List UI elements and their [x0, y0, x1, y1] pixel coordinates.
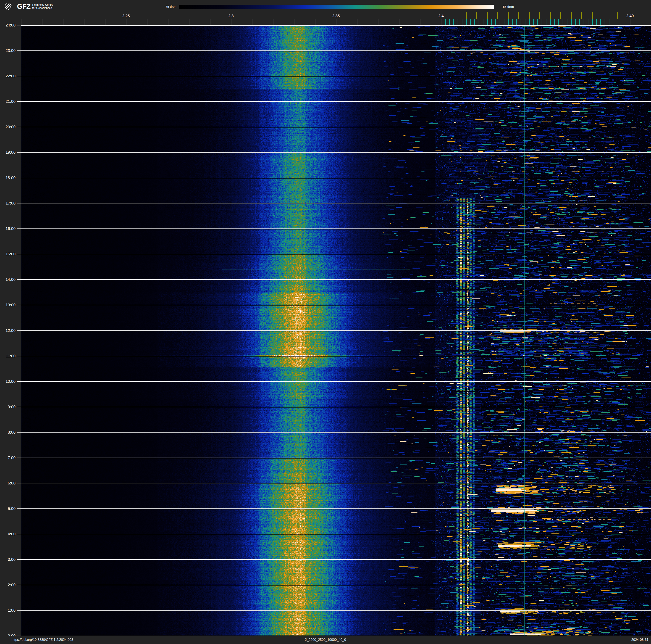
freq-minor-tick: [63, 19, 63, 25]
ble-channel-tick: [533, 19, 534, 25]
time-axis-tick: [17, 203, 21, 203]
ble-channel-tick: [609, 19, 610, 25]
ble-channel-tick: [537, 19, 538, 25]
time-axis-label: 10:00: [0, 379, 16, 384]
time-axis-label: 2:00: [0, 583, 16, 587]
wifi-channel-tick: [550, 12, 551, 19]
ble-channel-tick: [487, 19, 488, 25]
wifi-channel-tick: [560, 12, 561, 19]
ble-channel-tick: [575, 19, 576, 25]
ble-channel-tick: [504, 19, 504, 25]
freq-minor-tick: [252, 19, 252, 25]
wifi-channel-tick: [518, 12, 519, 19]
time-axis-tick: [17, 330, 21, 331]
time-axis-label: 8:00: [0, 430, 16, 435]
time-axis-label: 5:00: [0, 506, 16, 511]
time-axis-label: 21:00: [0, 99, 16, 104]
time-axis-tick: [17, 610, 21, 611]
ble-channel-tick: [571, 19, 571, 25]
logo-subtitle-line2: for Geosciences: [32, 6, 52, 9]
freq-minor-tick: [147, 19, 148, 25]
freq-minor-tick: [126, 19, 126, 25]
freq-minor-tick: [315, 19, 315, 25]
time-axis-label: 1:00: [0, 608, 16, 613]
time-axis-label: 23:00: [0, 48, 16, 53]
time-axis-tick: [17, 76, 21, 76]
freq-minor-tick: [378, 19, 378, 25]
footer-bar: https://doi.org/10.5880/GFZ.1.2.2024.003…: [0, 636, 651, 644]
time-axis-label: 3:00: [0, 557, 16, 562]
time-axis-label: 9:00: [0, 405, 16, 409]
ble-channel-tick: [445, 19, 445, 25]
wifi-channel-tick: [617, 12, 618, 19]
ble-channel-tick: [525, 19, 525, 25]
wifi-channel-tick: [497, 12, 498, 19]
ble-channel-tick: [584, 19, 584, 25]
time-axis-label: 16:00: [0, 226, 16, 231]
freq-axis-label: 2.4: [438, 14, 443, 18]
ble-channel-tick: [491, 19, 492, 25]
freq-axis-label: 2.49: [626, 14, 633, 18]
ble-channel-tick: [458, 19, 458, 25]
freq-minor-tick: [231, 19, 231, 25]
globe-stripes-icon: [5, 3, 11, 10]
time-axis-label: 13:00: [0, 303, 16, 307]
freq-minor-tick: [42, 19, 42, 25]
freq-minor-tick: [336, 19, 336, 25]
time-axis-tick: [17, 101, 21, 102]
ble-channel-tick: [508, 19, 508, 25]
dataset-id-label: 2_2200_2500_10000_40_0: [0, 638, 651, 642]
logo-subtitle: Helmholtz Centre for Geosciences: [32, 3, 53, 9]
wifi-channel-tick: [571, 12, 571, 19]
time-axis-tick: [17, 25, 21, 25]
freq-minor-tick: [84, 19, 85, 25]
header-bar: GFZ Helmholtz Centre for Geosciences -75…: [0, 0, 651, 25]
time-axis-tick: [17, 559, 21, 560]
ble-channel-tick: [529, 19, 530, 25]
gfz-logo: GFZ Helmholtz Centre for Geosciences: [5, 2, 53, 10]
ble-channel-tick: [541, 19, 542, 25]
time-axis-tick: [17, 432, 21, 433]
ble-channel-tick: [588, 19, 588, 25]
time-axis-tick: [17, 483, 21, 484]
time-axis-tick: [17, 229, 21, 229]
ble-channel-tick: [546, 19, 547, 25]
time-axis-tick: [17, 279, 21, 280]
time-axis-tick: [17, 127, 21, 127]
freq-axis-label: 2.3: [228, 14, 234, 18]
ble-channel-tick: [454, 19, 454, 25]
wifi-channel-tick: [487, 12, 488, 19]
time-axis-tick: [17, 152, 21, 153]
ble-channel-tick: [517, 19, 517, 25]
time-axis-label: 7:00: [0, 456, 16, 460]
wifi-channel-tick: [508, 12, 508, 19]
ble-channel-tick: [563, 19, 563, 25]
time-axis-tick: [17, 381, 21, 382]
freq-axis-label: 2.35: [332, 14, 340, 18]
time-axis-label: 20:00: [0, 125, 16, 129]
time-axis-label: 17:00: [0, 201, 16, 206]
logo-wordmark: GFZ: [17, 3, 30, 10]
time-axis-label: 18:00: [0, 176, 16, 180]
wifi-channel-tick: [476, 12, 477, 19]
time-axis-tick: [17, 534, 21, 534]
freq-minor-tick: [420, 19, 421, 25]
freq-minor-tick: [630, 19, 630, 25]
colorbar: [179, 5, 494, 9]
time-axis-tick: [17, 458, 21, 458]
ble-channel-tick: [567, 19, 567, 25]
ble-channel-tick: [558, 19, 559, 25]
freq-minor-tick: [189, 19, 189, 25]
time-axis-tick: [17, 356, 21, 356]
ble-channel-tick: [600, 19, 601, 25]
time-axis-label: 12:00: [0, 328, 16, 333]
time-axis-label: 14:00: [0, 277, 16, 282]
time-axis-tick: [17, 508, 21, 509]
ble-channel-tick: [449, 19, 450, 25]
colorbar-max-label: -55 dBm: [502, 5, 514, 8]
spectrogram-canvas: [21, 25, 651, 636]
ble-channel-tick: [596, 19, 597, 25]
ble-channel-tick: [592, 19, 593, 25]
time-axis-label: 22:00: [0, 74, 16, 79]
ble-channel-tick: [579, 19, 580, 25]
